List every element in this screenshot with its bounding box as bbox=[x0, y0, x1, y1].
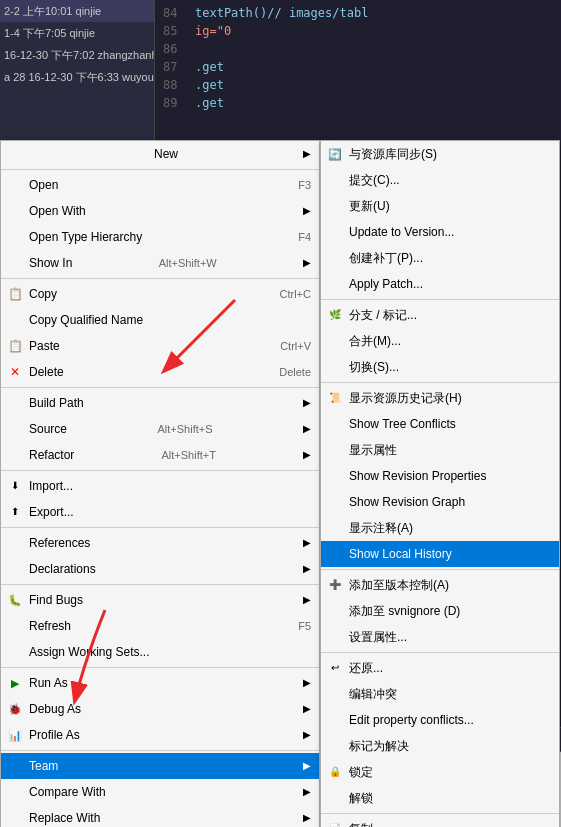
menu-item-copy[interactable]: 📋 Copy Ctrl+C bbox=[1, 281, 319, 307]
menu-divider bbox=[1, 667, 319, 668]
submenu-arrow: ▶ bbox=[303, 253, 311, 273]
rmenu-item-commit[interactable]: 提交(C)... bbox=[321, 167, 559, 193]
menu-item-assign-working-sets[interactable]: Assign Working Sets... bbox=[1, 639, 319, 665]
rmenu-item-copy[interactable]: 📄 复制... bbox=[321, 816, 559, 827]
rmenu-item-merge[interactable]: 合并(M)... bbox=[321, 328, 559, 354]
menu-divider bbox=[321, 813, 559, 814]
left-context-menu: New ▶ Open F3 Open With ▶ Open Type Hier… bbox=[0, 140, 320, 827]
sync-icon: 🔄 bbox=[325, 144, 345, 164]
menu-divider bbox=[1, 387, 319, 388]
menu-item-find-bugs[interactable]: 🐛 Find Bugs ▶ bbox=[1, 587, 319, 613]
submenu-arrow: ▶ bbox=[303, 559, 311, 579]
submenu-arrow: ▶ bbox=[303, 144, 311, 164]
menu-divider bbox=[1, 527, 319, 528]
rmenu-item-switch[interactable]: 切换(S)... bbox=[321, 354, 559, 380]
menu-item-open-type-hierarchy[interactable]: Open Type Hierarchy F4 bbox=[1, 224, 319, 250]
paste-icon: 📋 bbox=[5, 336, 25, 356]
menu-item-delete[interactable]: ✕ Delete Delete bbox=[1, 359, 319, 385]
rmenu-item-apply-patch[interactable]: Apply Patch... bbox=[321, 271, 559, 297]
menu-divider bbox=[321, 569, 559, 570]
rmenu-item-show-tree-conflicts[interactable]: Show Tree Conflicts bbox=[321, 411, 559, 437]
submenu-arrow: ▶ bbox=[303, 445, 311, 465]
menu-item-open[interactable]: Open F3 bbox=[1, 172, 319, 198]
menu-item-replace-with[interactable]: Replace With ▶ bbox=[1, 805, 319, 827]
menu-divider bbox=[1, 470, 319, 471]
submenu-arrow: ▶ bbox=[303, 419, 311, 439]
profile-icon: 📊 bbox=[5, 725, 25, 745]
menu-item-refactor[interactable]: Refactor Alt+Shift+T ▶ bbox=[1, 442, 319, 468]
submenu-arrow: ▶ bbox=[303, 590, 311, 610]
lock-icon: 🔒 bbox=[325, 762, 345, 782]
rmenu-item-show-history[interactable]: 📜 显示资源历史记录(H) bbox=[321, 385, 559, 411]
menu-item-profile-as[interactable]: 📊 Profile As ▶ bbox=[1, 722, 319, 748]
menu-item-references[interactable]: References ▶ bbox=[1, 530, 319, 556]
history-icon: 📜 bbox=[325, 388, 345, 408]
rmenu-item-edit-conflict[interactable]: 编辑冲突 bbox=[321, 681, 559, 707]
submenu-arrow: ▶ bbox=[303, 725, 311, 745]
menu-item-copy-qualified[interactable]: Copy Qualified Name bbox=[1, 307, 319, 333]
menu-divider bbox=[1, 278, 319, 279]
rmenu-item-update[interactable]: 更新(U) bbox=[321, 193, 559, 219]
menu-item-declarations[interactable]: Declarations ▶ bbox=[1, 556, 319, 582]
submenu-arrow: ▶ bbox=[303, 808, 311, 827]
menu-item-compare-with[interactable]: Compare With ▶ bbox=[1, 779, 319, 805]
menu-item-run-as[interactable]: ▶ Run As ▶ bbox=[1, 670, 319, 696]
menu-item-source[interactable]: Source Alt+Shift+S ▶ bbox=[1, 416, 319, 442]
rmenu-item-branch[interactable]: 🌿 分支 / 标记... bbox=[321, 302, 559, 328]
rmenu-item-sync[interactable]: 🔄 与资源库同步(S) bbox=[321, 141, 559, 167]
submenu-arrow: ▶ bbox=[303, 699, 311, 719]
menu-item-new[interactable]: New ▶ bbox=[1, 141, 319, 167]
menu-item-build-path[interactable]: Build Path ▶ bbox=[1, 390, 319, 416]
submenu-arrow: ▶ bbox=[303, 201, 311, 221]
run-icon: ▶ bbox=[5, 673, 25, 693]
rmenu-item-add-svnignore[interactable]: 添加至 svnignore (D) bbox=[321, 598, 559, 624]
menu-item-show-in[interactable]: Show In Alt+Shift+W ▶ bbox=[1, 250, 319, 276]
submenu-arrow: ▶ bbox=[303, 533, 311, 553]
copy-icon: 📋 bbox=[5, 284, 25, 304]
import-icon: ⬇ bbox=[5, 476, 25, 496]
rmenu-item-show-local-history[interactable]: Show Local History bbox=[321, 541, 559, 567]
rmenu-item-show-revision-properties[interactable]: Show Revision Properties bbox=[321, 463, 559, 489]
menu-divider bbox=[1, 750, 319, 751]
rmenu-item-edit-property-conflicts[interactable]: Edit property conflicts... bbox=[321, 707, 559, 733]
file-list-item[interactable]: a 28 16-12-30 下午6:33 wuyoux bbox=[0, 66, 154, 88]
menu-item-open-with[interactable]: Open With ▶ bbox=[1, 198, 319, 224]
rmenu-item-show-revision-graph[interactable]: Show Revision Graph bbox=[321, 489, 559, 515]
branch-icon: 🌿 bbox=[325, 305, 345, 325]
rmenu-item-update-version[interactable]: Update to Version... bbox=[321, 219, 559, 245]
rmenu-item-unlock[interactable]: 解锁 bbox=[321, 785, 559, 811]
bug-icon: 🐛 bbox=[5, 590, 25, 610]
file-list-item[interactable]: 1-4 下午7:05 qinjie bbox=[0, 22, 154, 44]
rmenu-item-set-properties[interactable]: 设置属性... bbox=[321, 624, 559, 650]
debug-icon: 🐞 bbox=[5, 699, 25, 719]
menu-item-debug-as[interactable]: 🐞 Debug As ▶ bbox=[1, 696, 319, 722]
rmenu-item-add-version-control[interactable]: ➕ 添加至版本控制(A) bbox=[321, 572, 559, 598]
submenu-arrow: ▶ bbox=[303, 782, 311, 802]
submenu-arrow: ▶ bbox=[303, 756, 311, 776]
copy2-icon: 📄 bbox=[325, 819, 345, 827]
submenu-arrow: ▶ bbox=[303, 673, 311, 693]
submenu-arrow: ▶ bbox=[303, 393, 311, 413]
menu-item-refresh[interactable]: Refresh F5 bbox=[1, 613, 319, 639]
add-icon: ➕ bbox=[325, 575, 345, 595]
rmenu-item-create-patch[interactable]: 创建补丁(P)... bbox=[321, 245, 559, 271]
menu-item-export[interactable]: ⬆ Export... bbox=[1, 499, 319, 525]
rmenu-item-show-properties[interactable]: 显示属性 bbox=[321, 437, 559, 463]
rmenu-item-show-annotations[interactable]: 显示注释(A) bbox=[321, 515, 559, 541]
rmenu-item-lock[interactable]: 🔒 锁定 bbox=[321, 759, 559, 785]
menu-divider bbox=[1, 584, 319, 585]
menu-divider bbox=[321, 652, 559, 653]
file-list-item[interactable]: 16-12-30 下午7:02 zhangzhanha bbox=[0, 44, 154, 66]
right-context-menu: 🔄 与资源库同步(S) 提交(C)... 更新(U) Update to Ver… bbox=[320, 140, 560, 827]
file-list-item[interactable]: 2-2 上午10:01 qinjie bbox=[0, 0, 154, 22]
menu-divider bbox=[321, 382, 559, 383]
menu-item-paste[interactable]: 📋 Paste Ctrl+V bbox=[1, 333, 319, 359]
menu-divider bbox=[321, 299, 559, 300]
menu-divider bbox=[1, 169, 319, 170]
menu-item-team[interactable]: Team ▶ bbox=[1, 753, 319, 779]
export-icon: ⬆ bbox=[5, 502, 25, 522]
menu-item-import[interactable]: ⬇ Import... bbox=[1, 473, 319, 499]
delete-icon: ✕ bbox=[5, 362, 25, 382]
rmenu-item-revert[interactable]: ↩ 还原... bbox=[321, 655, 559, 681]
rmenu-item-mark-resolved[interactable]: 标记为解决 bbox=[321, 733, 559, 759]
